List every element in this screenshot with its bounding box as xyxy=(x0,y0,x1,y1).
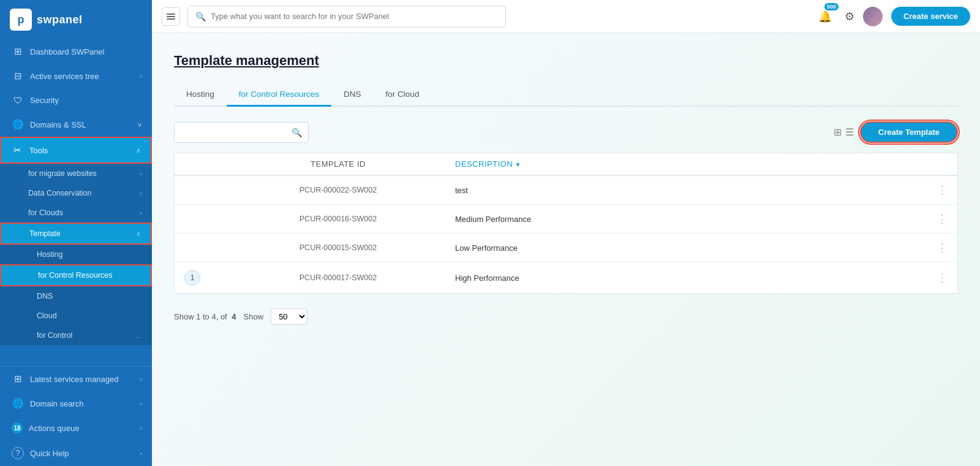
notifications-badge: 500 xyxy=(824,3,839,10)
sidebar-deep-label: Cloud xyxy=(37,311,57,320)
chevron-right-icon: › xyxy=(140,72,142,80)
description-cell: Low Performance xyxy=(455,243,923,253)
list-view-icon[interactable]: ☰ xyxy=(845,126,854,138)
row-menu-button[interactable]: ⋮ xyxy=(923,212,948,226)
main-content: Template management Hosting for Control … xyxy=(152,33,980,466)
sidebar-item-tools[interactable]: ✂ Tools ∧ xyxy=(0,137,152,164)
search-icon: 🔍 xyxy=(195,12,206,21)
topbar-right: 🔔 500 ⚙ Create service xyxy=(814,6,970,28)
sidebar-logo: p swpanel xyxy=(0,0,152,39)
sidebar-item-for-control-resources[interactable]: for Control Resources xyxy=(0,264,152,286)
sidebar-item-latest-services-managed[interactable]: ⊞ Latest services managed › xyxy=(0,367,152,391)
description-cell: test xyxy=(455,186,923,195)
sidebar-item-for-clouds[interactable]: for Clouds › xyxy=(0,203,152,223)
show-label: Show xyxy=(244,312,264,321)
sidebar-item-actions-queue[interactable]: 18 Actions queue › xyxy=(0,416,152,440)
pagination-total: 4 xyxy=(232,312,236,321)
templates-table: Template Id Description PCUR-000022-SW00… xyxy=(174,153,958,294)
template-id-cell: PCUR-000017-SW002 xyxy=(221,273,455,282)
chevron-right-icon: › xyxy=(140,400,142,407)
template-id-cell: PCUR-000015-SW002 xyxy=(221,243,455,252)
sidebar-item-hosting[interactable]: Hosting xyxy=(0,245,152,264)
sidebar-item-for-control-hidden[interactable]: for Control … xyxy=(0,326,152,345)
create-template-button[interactable]: Create Template xyxy=(860,121,958,143)
table-row: PCUR-000015-SW002 Low Performance ⋮ xyxy=(175,234,957,262)
dashboard-icon: ⊞ xyxy=(12,46,24,57)
global-search-input[interactable] xyxy=(211,12,498,21)
sidebar-item-label: Quick Help xyxy=(30,449,134,458)
sidebar-item-active-services-tree[interactable]: ⊟ Active services tree › xyxy=(0,64,152,88)
svg-rect-0 xyxy=(167,13,175,15)
sidebar-item-for-migrate-websites[interactable]: for migrate websites › xyxy=(0,164,152,183)
tab-for-control-resources[interactable]: for Control Resources xyxy=(227,83,331,107)
settings-icon[interactable]: ⚙ xyxy=(845,10,854,23)
col-description-header[interactable]: Description xyxy=(455,159,923,169)
chevron-right-icon: › xyxy=(140,375,142,383)
bell-icon: 🔔 xyxy=(818,10,832,23)
collapse-sidebar-button[interactable] xyxy=(162,7,180,26)
pagination-range: Show 1 to 4, of 4 xyxy=(174,312,236,321)
sidebar-item-template[interactable]: Template ∧ xyxy=(0,223,152,245)
sidebar-item-dns[interactable]: DNS xyxy=(0,286,152,306)
globe-icon: 🌐 xyxy=(12,119,24,130)
svg-rect-2 xyxy=(167,18,175,20)
row-menu-button[interactable]: ⋮ xyxy=(923,271,948,285)
chevron-right-icon: › xyxy=(140,424,142,432)
ellipsis-icon: … xyxy=(136,332,142,339)
main-wrapper: 🔍 🔔 500 ⚙ Create service Template manage… xyxy=(152,0,980,466)
global-search-box[interactable]: 🔍 xyxy=(187,6,506,28)
sidebar-subitem-label: for Clouds xyxy=(28,208,63,217)
app-name: swpanel xyxy=(37,13,83,26)
grid-view-icon[interactable]: ⊞ xyxy=(834,126,842,138)
template-id-cell: PCUR-000016-SW002 xyxy=(221,215,455,223)
shield-icon: 🛡 xyxy=(12,95,24,105)
tab-for-cloud[interactable]: for Cloud xyxy=(374,83,432,107)
pagination-bar: Show 1 to 4, of 4 Show 50 25 100 xyxy=(174,304,958,330)
toolbar: 🔍 ⊞ ☰ Create Template xyxy=(174,121,958,143)
actions-queue-badge: 18 xyxy=(12,422,23,434)
sidebar: p swpanel ⊞ Dashboard SWPanel ⊟ Active s… xyxy=(0,0,152,466)
row-menu-button[interactable]: ⋮ xyxy=(923,183,948,197)
sidebar-item-label: Active services tree xyxy=(30,72,134,81)
sidebar-item-domains-ssl[interactable]: 🌐 Domains & SSL ∨ xyxy=(0,112,152,137)
sidebar-item-security[interactable]: 🛡 Security xyxy=(0,88,152,112)
table-row: 1 PCUR-000017-SW002 High Performance ⋮ xyxy=(175,262,957,293)
tab-hosting[interactable]: Hosting xyxy=(174,83,227,107)
filter-input[interactable] xyxy=(181,128,288,137)
sidebar-item-quick-help[interactable]: ? Quick Help › xyxy=(0,440,152,466)
sidebar-template-label: for Control Resources xyxy=(38,271,113,280)
create-service-button[interactable]: Create service xyxy=(891,7,970,26)
sidebar-subitem-label: Template xyxy=(29,229,61,238)
sidebar-subitem-label: Data Conservation xyxy=(28,189,92,197)
per-page-select[interactable]: 50 25 100 xyxy=(271,308,307,325)
tab-dns[interactable]: DNS xyxy=(331,83,374,107)
help-icon: ? xyxy=(12,447,24,459)
col-actions-header xyxy=(923,159,948,169)
sidebar-item-label: Domains & SSL xyxy=(30,120,131,129)
chevron-right-icon: › xyxy=(140,189,142,197)
sidebar-item-label: Dashboard SWPanel xyxy=(30,47,142,56)
logo-icon: p xyxy=(10,9,32,31)
chevron-right-icon: › xyxy=(140,209,142,216)
sidebar-item-domain-search[interactable]: 🌐 Domain search › xyxy=(0,391,152,416)
chevron-down-icon: ∨ xyxy=(137,121,142,129)
template-id-cell: PCUR-000022-SW002 xyxy=(221,186,455,194)
sidebar-item-dashboard[interactable]: ⊞ Dashboard SWPanel xyxy=(0,39,152,64)
chevron-right-icon: › xyxy=(140,449,142,457)
page-title: Template management xyxy=(174,53,958,69)
sidebar-item-label: Tools xyxy=(29,146,130,155)
sidebar-item-cloud[interactable]: Cloud xyxy=(0,306,152,326)
notifications-button[interactable]: 🔔 500 xyxy=(814,6,836,28)
row-menu-button[interactable]: ⋮ xyxy=(923,241,948,254)
topbar: 🔍 🔔 500 ⚙ Create service xyxy=(152,0,980,33)
filter-search-box[interactable]: 🔍 xyxy=(174,122,309,143)
sidebar-item-data-conservation[interactable]: Data Conservation › xyxy=(0,183,152,203)
chevron-right-icon: › xyxy=(140,170,142,177)
description-cell: High Performance xyxy=(455,273,923,283)
view-toggle[interactable]: ⊞ ☰ xyxy=(834,126,854,138)
table-header: Template Id Description xyxy=(175,153,957,176)
user-avatar[interactable] xyxy=(863,7,883,26)
description-cell: Medium Performance xyxy=(455,215,923,224)
svg-rect-1 xyxy=(167,16,175,17)
row-num-cell: 1 xyxy=(184,270,221,286)
